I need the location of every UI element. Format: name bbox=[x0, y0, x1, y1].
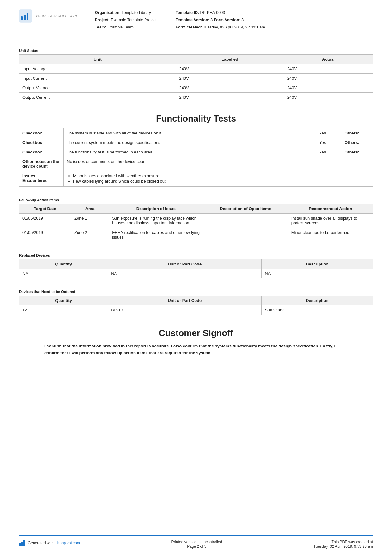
table-cell: Zone 1 bbox=[71, 214, 109, 228]
project-value-text: Example Template Project bbox=[111, 18, 157, 22]
table-cell: NA bbox=[19, 269, 108, 278]
table-cell: 240V bbox=[284, 64, 373, 74]
table-row: 01/05/2019Zone 1Sun exposure is ruining … bbox=[19, 214, 373, 228]
rd-qty-col: Quantity bbox=[19, 259, 108, 269]
func-others: Others: bbox=[341, 147, 373, 157]
unit-status-title: Unit Status bbox=[19, 49, 373, 53]
logo-area: YOUR LOGO GOES HERE bbox=[19, 9, 82, 23]
func-others bbox=[341, 171, 373, 187]
table-row: Output Voltage240V240V bbox=[19, 83, 373, 93]
table-cell: 240V bbox=[284, 74, 373, 83]
func-description: The system is stable and with all of the… bbox=[64, 128, 316, 138]
func-description: The current system meets the design spec… bbox=[64, 138, 316, 147]
func-value: Yes bbox=[316, 128, 341, 138]
followup-table: Target Date Area Description of Issue De… bbox=[19, 204, 373, 242]
table-cell: 240V bbox=[176, 74, 284, 83]
project-label: Project: bbox=[95, 18, 110, 22]
functionality-tests-heading: Functionality Tests bbox=[19, 114, 373, 124]
func-field-type: Checkbox bbox=[19, 128, 64, 138]
table-row: CheckboxThe system is stable and with al… bbox=[19, 128, 373, 138]
func-description: The functionality test is performed in e… bbox=[64, 147, 316, 157]
svg-rect-1 bbox=[21, 16, 23, 20]
table-cell: 240V bbox=[176, 64, 284, 74]
org-line: Organisation: Template Library bbox=[95, 9, 157, 16]
footer-center-line2: Page 2 of 5 bbox=[171, 544, 222, 549]
svg-rect-2 bbox=[24, 15, 26, 20]
func-field-type: Checkbox bbox=[19, 138, 64, 147]
team-value-text: Example Team bbox=[107, 25, 133, 29]
followup-header-row: Target Date Area Description of Issue De… bbox=[19, 204, 373, 214]
dto-partcode-col: Unit or Part Code bbox=[108, 296, 262, 305]
team-label: Team: bbox=[95, 25, 106, 29]
table-cell: 12 bbox=[19, 305, 108, 315]
unit-col-header: Unit bbox=[19, 55, 176, 64]
table-cell: Sun exposure is ruining the display face… bbox=[109, 214, 203, 228]
func-others bbox=[341, 157, 373, 171]
form-version-label: Form Version: bbox=[214, 18, 240, 22]
dto-header-row: Quantity Unit or Part Code Description bbox=[19, 296, 373, 305]
logo-icon bbox=[19, 9, 32, 23]
rd-partcode-col: Unit or Part Code bbox=[108, 259, 262, 269]
fc-val: Tuesday, 02 April 2019, 9:43:01 am bbox=[203, 25, 265, 29]
customer-signoff-heading: Customer Signoff bbox=[19, 328, 373, 338]
replaced-devices-header-row: Quantity Unit or Part Code Description bbox=[19, 259, 373, 269]
table-row: 12DP-101Sun shade bbox=[19, 305, 373, 315]
list-item: Few cables lying around which could be c… bbox=[73, 179, 313, 184]
replaced-devices-title: Replaced Devices bbox=[19, 253, 373, 257]
table-cell: Output Current bbox=[19, 93, 176, 102]
devices-to-order-title: Devices that Need to be Ordered bbox=[19, 290, 373, 294]
header-col-right: Template ID: DP-PEA-0003 Template Versio… bbox=[176, 9, 265, 30]
template-version-label: Template Version: bbox=[176, 18, 209, 22]
table-cell: NA bbox=[262, 269, 373, 278]
table-cell: Install sun shade over all displays to p… bbox=[288, 214, 373, 228]
area-col-header: Area bbox=[71, 204, 109, 214]
dto-qty-col: Quantity bbox=[19, 296, 108, 305]
target-date-col-header: Target Date bbox=[19, 204, 71, 214]
func-value: Yes bbox=[316, 147, 341, 157]
customer-signoff-section: Customer Signoff I confirm that the info… bbox=[19, 321, 373, 376]
footer-left: Generated with dashpivot.com bbox=[19, 540, 80, 546]
table-row: Input Current240V240V bbox=[19, 74, 373, 83]
footer: Generated with dashpivot.com Printed ver… bbox=[19, 535, 373, 549]
func-description: No issues or comments on the device coun… bbox=[64, 157, 316, 171]
desc-issue-col-header: Description of Issue bbox=[109, 204, 203, 214]
followup-title: Follow-up Action Items bbox=[19, 198, 373, 202]
table-row: CheckboxThe current system meets the des… bbox=[19, 138, 373, 147]
func-field-type: Other notes on the device count bbox=[19, 157, 64, 171]
table-cell: Minor cleanups to be performed bbox=[288, 228, 373, 242]
table-cell: Zone 2 bbox=[71, 228, 109, 242]
svg-rect-6 bbox=[23, 540, 25, 546]
followup-section: Follow-up Action Items Target Date Area … bbox=[19, 192, 373, 248]
unit-status-table: Unit Labelled Actual Input Voltage240V24… bbox=[19, 54, 373, 102]
table-row: Other notes on the device countNo issues… bbox=[19, 157, 373, 171]
form-created-line: Form created: Tuesday, 02 April 2019, 9:… bbox=[176, 24, 265, 30]
table-cell bbox=[203, 214, 288, 228]
replaced-devices-table: Quantity Unit or Part Code Description N… bbox=[19, 259, 373, 278]
func-others: Others: bbox=[341, 138, 373, 147]
func-others: Others: bbox=[341, 128, 373, 138]
table-cell: Input Current bbox=[19, 74, 176, 83]
table-cell bbox=[203, 228, 288, 242]
page: YOUR LOGO GOES HERE Organisation: Templa… bbox=[0, 0, 392, 555]
unit-status-header-row: Unit Labelled Actual bbox=[19, 55, 373, 64]
functionality-tests-table: CheckboxThe system is stable and with al… bbox=[19, 128, 373, 187]
func-value bbox=[316, 157, 341, 171]
version-line: Template Version: 3 Form Version: 3 bbox=[176, 17, 265, 23]
recommended-action-col-header: Recommended Action bbox=[288, 204, 373, 214]
table-row: CheckboxThe functionality test is perfor… bbox=[19, 147, 373, 157]
table-cell: 01/05/2019 bbox=[19, 228, 71, 242]
table-cell: Input Voltage bbox=[19, 64, 176, 74]
footer-logo-icon bbox=[19, 540, 26, 546]
footer-dashpivot-link[interactable]: dashpivot.com bbox=[55, 541, 80, 545]
table-row: Issues EncounteredMinor issues associate… bbox=[19, 171, 373, 187]
desc-open-col-header: Description of Open Items bbox=[203, 204, 288, 214]
header-meta: Organisation: Template Library Project: … bbox=[95, 9, 373, 30]
func-value: Yes bbox=[316, 138, 341, 147]
template-id-line: Template ID: DP-PEA-0003 bbox=[176, 9, 265, 16]
unit-status-section: Unit Status Unit Labelled Actual Input V… bbox=[19, 43, 373, 108]
table-cell: 240V bbox=[176, 93, 284, 102]
table-row: NANANA bbox=[19, 269, 373, 278]
svg-rect-3 bbox=[27, 13, 28, 20]
table-cell: Sun shade bbox=[262, 305, 373, 315]
footer-center-line1: Printed version is uncontrolled bbox=[171, 540, 222, 544]
